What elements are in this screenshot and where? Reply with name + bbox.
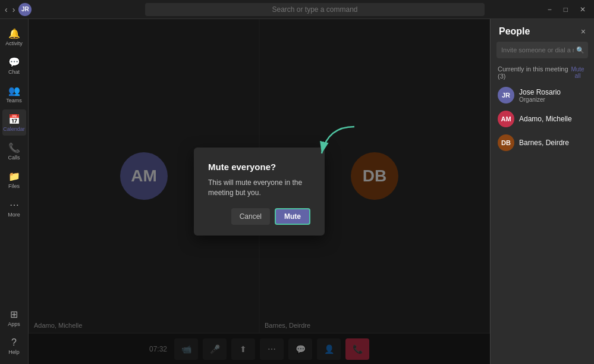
- files-icon: 📁: [8, 171, 20, 182]
- modal-wrapper: Mute everyone? This will mute everyone i…: [194, 148, 325, 236]
- avatar-db-panel: DB: [498, 134, 514, 151]
- p-name-jr: Jose Rosario: [519, 88, 561, 96]
- p-info-db: Barnes, Deirdre: [519, 139, 569, 147]
- chat-icon: 💬: [8, 57, 20, 68]
- sidebar-item-chat[interactable]: 💬 Chat: [2, 52, 26, 79]
- p-info-am: Adamo, Michelle: [519, 115, 572, 123]
- sidebar-item-label-calendar: Calendar: [3, 126, 25, 132]
- p-role-jr: Organizer: [519, 96, 561, 103]
- people-panel: People × 🔍 Currently in this meeting (3)…: [490, 19, 594, 364]
- sidebar-item-label-help: Help: [8, 349, 20, 355]
- people-section-header: Currently in this meeting (3) Mute all: [491, 63, 594, 83]
- sidebar-item-label-teams: Teams: [6, 98, 22, 103]
- calls-icon: 📞: [8, 142, 20, 153]
- more-icon: ⋯: [10, 199, 19, 211]
- modal-text: This will mute everyone in the meeting b…: [208, 178, 310, 198]
- main-layout: 🔔 Activity 💬 Chat 👥 Teams 📅 Calendar 📞 C…: [0, 19, 594, 364]
- activity-icon: 🔔: [8, 28, 20, 39]
- minimize-button[interactable]: −: [544, 4, 555, 15]
- sidebar-item-more[interactable]: ⋯ More: [2, 195, 26, 221]
- people-search-icon: 🔍: [576, 46, 584, 54]
- nav-icons: ‹ ›: [5, 5, 15, 14]
- p-name-db: Barnes, Deirdre: [519, 139, 569, 147]
- sidebar-item-files[interactable]: 📁 Files: [2, 167, 26, 193]
- back-icon[interactable]: ‹: [5, 5, 8, 14]
- search-input[interactable]: [145, 3, 485, 16]
- content-area: AM Adamo, Michelle DB Barnes, Deirdre 07…: [29, 19, 490, 364]
- sidebar-item-apps[interactable]: ⊞ Apps: [2, 305, 26, 331]
- sidebar-item-teams[interactable]: 👥 Teams: [2, 81, 26, 107]
- people-search: 🔍: [496, 42, 588, 58]
- sidebar-item-help[interactable]: ? Help: [2, 333, 26, 359]
- forward-icon[interactable]: ›: [12, 5, 15, 14]
- people-section-label: Currently in this meeting (3): [498, 65, 568, 80]
- p-info-jr: Jose Rosario Organizer: [519, 88, 561, 103]
- people-title: People: [499, 26, 530, 37]
- sidebar-item-label-chat: Chat: [8, 69, 20, 75]
- sidebar: 🔔 Activity 💬 Chat 👥 Teams 📅 Calendar 📞 C…: [0, 19, 29, 364]
- people-header: People ×: [491, 19, 594, 42]
- help-icon: ?: [11, 337, 17, 348]
- apps-icon: ⊞: [10, 309, 18, 320]
- modal-title: Mute everyone?: [208, 162, 310, 172]
- sidebar-item-label-activity: Activity: [5, 40, 23, 46]
- calendar-icon: 📅: [8, 114, 20, 125]
- p-name-am: Adamo, Michelle: [519, 115, 572, 123]
- avatar-am-panel: AM: [498, 111, 514, 127]
- modal-buttons: Cancel Mute: [208, 208, 310, 225]
- top-bar: ‹ › JR − □ ✕: [0, 0, 594, 19]
- avatar-jr: JR: [498, 87, 514, 103]
- list-item[interactable]: DB Barnes, Deirdre: [491, 131, 594, 155]
- sidebar-item-activity[interactable]: 🔔 Activity: [2, 24, 26, 50]
- top-bar-right: − □ ✕: [488, 4, 589, 15]
- close-button[interactable]: ✕: [576, 4, 589, 15]
- sidebar-item-label-more: More: [8, 212, 20, 218]
- mute-all-button[interactable]: Mute all: [568, 66, 587, 79]
- maximize-button[interactable]: □: [560, 4, 571, 15]
- people-search-input[interactable]: [496, 42, 588, 58]
- modal-overlay: Mute everyone? This will mute everyone i…: [29, 19, 490, 364]
- sidebar-item-label-apps: Apps: [8, 321, 20, 327]
- mute-button[interactable]: Mute: [275, 208, 310, 225]
- sidebar-item-calls[interactable]: 📞 Calls: [2, 138, 26, 164]
- sidebar-item-label-files: Files: [8, 183, 20, 189]
- list-item[interactable]: AM Adamo, Michelle: [491, 107, 594, 131]
- sidebar-bottom: ⊞ Apps ? Help: [2, 305, 26, 359]
- mute-everyone-modal: Mute everyone? This will mute everyone i…: [194, 148, 325, 236]
- sidebar-item-label-calls: Calls: [8, 155, 20, 161]
- cancel-button[interactable]: Cancel: [231, 208, 270, 225]
- people-close-button[interactable]: ×: [581, 27, 586, 36]
- top-bar-left: ‹ › JR: [5, 3, 142, 16]
- teams-icon: 👥: [8, 85, 20, 96]
- user-avatar[interactable]: JR: [18, 3, 32, 16]
- list-item[interactable]: JR Jose Rosario Organizer: [491, 83, 594, 107]
- sidebar-item-calendar[interactable]: 📅 Calendar: [2, 109, 26, 136]
- people-list: JR Jose Rosario Organizer AM Adamo, Mich…: [491, 83, 594, 364]
